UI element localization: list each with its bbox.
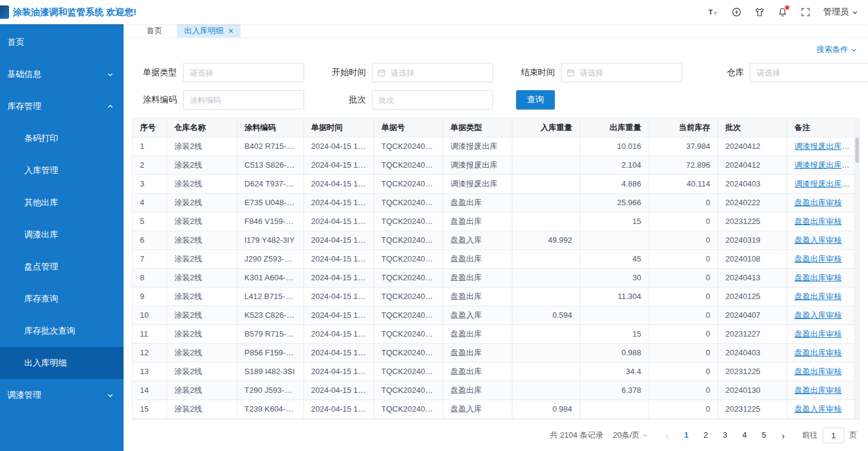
remark-link[interactable]: 盘盈出库审核	[795, 254, 842, 263]
scrollbar-thumb[interactable]	[855, 137, 859, 163]
cell-current-stock: 0	[649, 363, 718, 381]
cell-batch: 20231225	[718, 212, 787, 231]
cell-paint-code: P856 F159-0PF	[237, 344, 303, 363]
remark-link[interactable]: 盘盈入库审核	[795, 311, 842, 320]
cell-out-weight: 4.886	[580, 175, 649, 194]
remark-link[interactable]: 调漆报废出库审核	[795, 160, 858, 170]
start-date-input[interactable]	[372, 63, 493, 82]
sidebar-subitem[interactable]: 入库管理	[0, 154, 124, 186]
sidebar-submenu: 条码打印入库管理其他出库调漆出库盘点管理库存查询库存批次查询出入库明细	[0, 122, 124, 379]
paint-code-input[interactable]	[183, 90, 304, 110]
remark-link[interactable]: 调漆报废出库审核	[795, 179, 858, 188]
query-button[interactable]: 查询	[516, 90, 555, 110]
tab-inout-detail[interactable]: 出入库明细 ×	[177, 24, 240, 38]
batch-input[interactable]	[372, 90, 493, 110]
field-paint-code: 涂料编码	[132, 90, 304, 110]
sidebar-item-inventory[interactable]: 库存管理	[0, 90, 124, 122]
cell-remark: 盘盈出库审核	[787, 363, 859, 381]
user-menu[interactable]: 管理员	[823, 7, 858, 18]
data-table: 序号 仓库名称 涂料编码 单据时间 单据号 单据类型 入库重量 出库重量 当前库…	[132, 118, 860, 420]
cell-doc-time: 2024-04-15 14:...	[303, 325, 374, 344]
warehouse-select[interactable]	[750, 63, 868, 82]
remark-link[interactable]: 盘盈出库审核	[795, 198, 842, 207]
cell-out-weight: 6.378	[580, 381, 649, 400]
remark-link[interactable]: 盘盈入库审核	[795, 404, 842, 413]
cell-in-weight	[512, 212, 580, 231]
notification-bell-icon[interactable]	[777, 7, 788, 18]
cell-warehouse-name: 涂装2线	[167, 288, 237, 306]
page-size-select[interactable]: 20条/页	[613, 430, 648, 441]
cell-doc-type: 盘盈出库	[443, 288, 512, 306]
topbar-actions: TT 管理员	[708, 7, 858, 18]
sidebar-subitem[interactable]: 盘点管理	[0, 251, 124, 283]
font-size-icon[interactable]: TT	[708, 7, 719, 18]
sidebar-subitem[interactable]: 条码打印	[0, 122, 124, 154]
remark-link[interactable]: 盘盈出库审核	[795, 386, 842, 395]
page-number-5[interactable]: 5	[756, 427, 772, 443]
remark-link[interactable]: 盘盈出库审核	[795, 329, 842, 338]
cell-doc-time: 2024-04-15 14:...	[303, 400, 374, 419]
svg-text:T: T	[714, 11, 717, 16]
table-scrollbar[interactable]	[854, 119, 859, 419]
cell-remark: 盘盈出库审核	[787, 212, 859, 231]
cell-current-stock: 0	[649, 269, 718, 288]
sidebar-item-paint-mixing[interactable]: 调漆管理	[0, 379, 124, 411]
goto-page-input[interactable]	[823, 427, 844, 443]
sidebar-item-home[interactable]: 首页	[0, 26, 124, 58]
cell-doc-no: TQCK2024041....	[374, 231, 443, 250]
cell-doc-no: TQCK2024041....	[374, 212, 443, 231]
end-date-input[interactable]	[561, 63, 682, 82]
top-header: 涂装油漆调和监管系统 欢迎您! TT 管理员	[0, 0, 868, 24]
cell-remark: 调漆报废出库审核	[787, 137, 859, 156]
cell-paint-code: K523 C826-7MA	[237, 306, 303, 325]
tab-close-icon[interactable]: ×	[228, 27, 233, 35]
remark-link[interactable]: 盘盈出库审核	[795, 273, 842, 282]
cell-doc-no: TQCK2024041....	[374, 175, 443, 194]
cell-doc-type: 盘盈出库	[443, 250, 512, 269]
cell-in-weight	[512, 250, 580, 269]
column-header-doc-time: 单据时间	[303, 119, 374, 137]
table-row: 5涂装2线F846 V159-0FV2024-04-15 14:...TQCK2…	[133, 212, 859, 231]
remark-link[interactable]: 盘盈出库审核	[795, 367, 842, 376]
search-conditions-toggle[interactable]: 搜索条件	[817, 44, 857, 55]
tab-home[interactable]: 首页	[139, 24, 170, 38]
column-header-current-stock: 当前库存	[649, 119, 718, 137]
sidebar-item-basic-info[interactable]: 基础信息	[0, 58, 124, 90]
theme-skin-icon[interactable]	[754, 7, 765, 18]
cell-index: 1	[133, 137, 167, 156]
chevron-up-icon	[107, 103, 114, 110]
cell-current-stock: 0	[649, 250, 718, 269]
cell-doc-time: 2024-04-15 14:...	[303, 194, 374, 212]
table-row: 7涂装2线J290 Z593-4JZ2024-04-15 14:...TQCK2…	[133, 250, 859, 269]
sidebar-subitem[interactable]: 库存批次查询	[0, 315, 124, 347]
remark-link[interactable]: 盘盈入库审核	[795, 235, 842, 245]
next-page-button[interactable]: ›	[777, 431, 790, 440]
page-number-2[interactable]: 2	[698, 427, 714, 443]
prev-page-button[interactable]: ‹	[660, 431, 674, 440]
doc-type-select[interactable]	[183, 63, 304, 82]
page-number-4[interactable]: 4	[737, 427, 752, 443]
cell-doc-no: TQCK2024041....	[374, 344, 443, 363]
fullscreen-icon[interactable]	[800, 7, 811, 18]
sidebar-subitem[interactable]: 库存查询	[0, 283, 124, 315]
sidebar-subitem[interactable]: 调漆出库	[0, 219, 124, 251]
cell-warehouse-name: 涂装2线	[167, 344, 237, 363]
page-number-1[interactable]: 1	[678, 427, 694, 443]
cell-doc-time: 2024-04-15 14:...	[303, 288, 374, 306]
remark-link[interactable]: 盘盈出库审核	[795, 348, 842, 357]
remark-link[interactable]: 盘盈出库审核	[795, 217, 842, 226]
total-records: 共 2104 条记录	[550, 430, 603, 441]
sidebar-subitem[interactable]: 其他出库	[0, 186, 124, 219]
field-label: 涂料编码	[132, 94, 177, 105]
circle-plus-icon[interactable]	[731, 7, 742, 18]
field-end-time: 结束时间	[510, 63, 682, 82]
remark-link[interactable]: 调漆报废出库审核	[795, 142, 858, 151]
cell-doc-time: 2024-04-15 15:...	[303, 175, 374, 194]
cell-index: 8	[133, 269, 167, 288]
remark-link[interactable]: 盘盈出库审核	[795, 292, 842, 301]
sidebar-subitem[interactable]: 出入库明细	[0, 347, 124, 379]
cell-current-stock: 0	[649, 325, 718, 344]
table-row: 1涂装2线B402 R715-6BR2024-04-15 15:...TQCK2…	[133, 137, 859, 156]
page-number-3[interactable]: 3	[717, 427, 733, 443]
cell-doc-type: 盘盈出库	[443, 344, 512, 363]
